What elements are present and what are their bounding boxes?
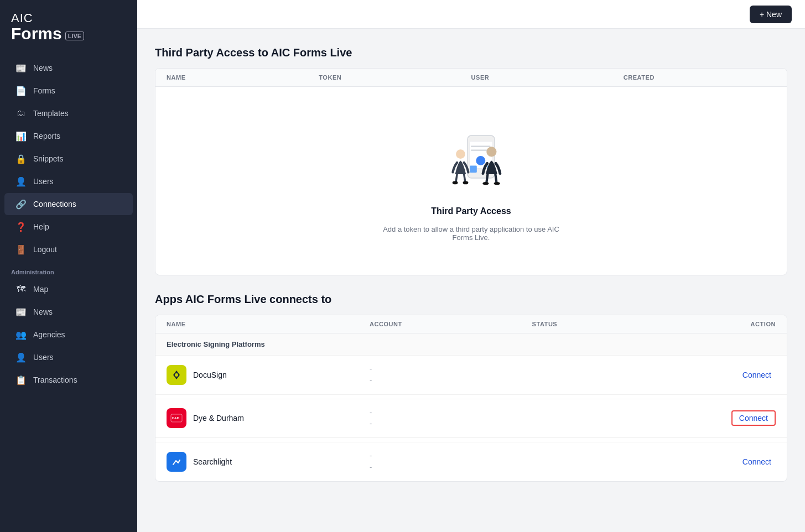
- logout-icon: 🚪: [15, 244, 27, 255]
- searchlight-icon: [167, 452, 186, 472]
- table-row: Searchlight - - Connect: [155, 442, 787, 481]
- transactions-icon: 📋: [15, 374, 27, 385]
- searchlight-label: Searchlight: [193, 457, 232, 466]
- searchlight-connect-button[interactable]: Connect: [738, 455, 776, 468]
- svg-line-8: [456, 174, 457, 182]
- dye-durham-connect-button[interactable]: Connect: [731, 410, 776, 426]
- sidebar-item-reports[interactable]: 📊 Reports: [4, 125, 133, 147]
- connections-icon: 🔗: [15, 199, 27, 210]
- snippets-icon: 🔒: [15, 153, 27, 164]
- dye-durham-account: - -: [370, 407, 532, 430]
- apps-section: Apps AIC Forms Live connects to NAME ACC…: [155, 293, 787, 482]
- main-nav: 📰 News 📄 Forms 🗂 Templates 📊 Reports 🔒 S…: [0, 51, 137, 532]
- dye-durham-action: Connect: [694, 410, 776, 426]
- docusign-icon: [167, 365, 186, 385]
- admin-users-icon: 👤: [15, 352, 27, 363]
- sidebar-item-templates-label: Templates: [33, 109, 69, 118]
- apps-table-header: NAME ACCOUNT STATUS ACTION: [155, 315, 787, 333]
- templates-icon: 🗂: [15, 108, 27, 119]
- dye-durham-icon: D&D: [167, 408, 186, 428]
- sidebar-item-help-label: Help: [33, 222, 49, 231]
- map-icon: 🗺: [15, 284, 27, 295]
- help-icon: ❓: [15, 221, 27, 232]
- sidebar-item-forms-label: Forms: [33, 86, 55, 95]
- users-icon: 👤: [15, 176, 27, 187]
- tpa-empty-state: Third Party Access Add a token to allow …: [155, 87, 787, 275]
- svg-line-14: [495, 174, 496, 182]
- docusign-connect-button[interactable]: Connect: [738, 368, 776, 382]
- svg-point-7: [456, 149, 465, 159]
- docusign-account: - -: [370, 363, 532, 387]
- apps-table-body: Electronic Signing Platforms DocuSign: [155, 333, 787, 481]
- svg-point-16: [494, 182, 500, 185]
- section-label-row: Electronic Signing Platforms: [155, 333, 787, 356]
- sidebar-item-users[interactable]: 👤 Users: [4, 170, 133, 192]
- tpa-empty-desc: Add a token to allow a third party appli…: [377, 225, 565, 242]
- svg-point-4: [476, 156, 485, 165]
- new-button[interactable]: + New: [750, 6, 792, 23]
- spacer-row: [155, 395, 787, 399]
- logo: AIC Forms LIVE: [0, 0, 137, 51]
- reports-icon: 📊: [15, 131, 27, 142]
- searchlight-action: Connect: [694, 455, 776, 468]
- sidebar-item-transactions[interactable]: 📋 Transactions: [4, 369, 133, 391]
- docusign-label: DocuSign: [193, 371, 227, 379]
- section-label: Electronic Signing Platforms: [167, 340, 370, 348]
- tpa-col-user: USER: [471, 74, 624, 81]
- tpa-empty-title: Third Party Access: [431, 206, 511, 216]
- tpa-col-token: TOKEN: [319, 74, 471, 81]
- sidebar-item-admin-users[interactable]: 👤 Users: [4, 346, 133, 368]
- tpa-table-header: NAME TOKEN USER CREATED: [155, 69, 787, 87]
- sidebar-item-admin-users-label: Users: [33, 353, 54, 362]
- sidebar-item-map-label: Map: [33, 285, 48, 294]
- dye-durham-name-cell: D&D Dye & Durham: [167, 408, 370, 428]
- apps-col-status: STATUS: [532, 321, 695, 327]
- sidebar-item-connections[interactable]: 🔗 Connections: [4, 193, 133, 215]
- sidebar-item-help[interactable]: ❓ Help: [4, 216, 133, 238]
- sidebar-item-admin-news-label: News: [33, 307, 53, 316]
- sidebar: AIC Forms LIVE 📰 News 📄 Forms 🗂 Template…: [0, 0, 137, 532]
- apps-table: NAME ACCOUNT STATUS ACTION Electronic Si…: [155, 315, 787, 482]
- searchlight-name-cell: Searchlight: [167, 452, 370, 472]
- svg-line-13: [486, 174, 487, 182]
- page-content: Third Party Access to AIC Forms Live NAM…: [137, 29, 805, 532]
- sidebar-item-map[interactable]: 🗺 Map: [4, 278, 133, 300]
- sidebar-item-snippets-label: Snippets: [33, 154, 63, 163]
- spacer-row-2: [155, 438, 787, 442]
- svg-point-17: [175, 373, 178, 377]
- sidebar-item-snippets[interactable]: 🔒 Snippets: [4, 148, 133, 170]
- searchlight-account: - -: [370, 450, 532, 473]
- agencies-icon: 👥: [15, 329, 27, 340]
- table-row: DocuSign - - Connect: [155, 356, 787, 395]
- sidebar-item-logout[interactable]: 🚪 Logout: [4, 238, 133, 260]
- logo-bottom: Forms: [11, 25, 62, 42]
- svg-point-12: [486, 147, 496, 157]
- admin-section-label: Administration: [0, 261, 137, 278]
- sidebar-item-agencies[interactable]: 👥 Agencies: [4, 324, 133, 346]
- topbar: + New: [137, 0, 805, 29]
- sidebar-item-transactions-label: Transactions: [33, 375, 77, 384]
- sidebar-item-news-label: News: [33, 64, 53, 72]
- admin-news-icon: 📰: [15, 306, 27, 317]
- main-content: + New Third Party Access to AIC Forms Li…: [137, 0, 805, 532]
- sidebar-item-forms[interactable]: 📄 Forms: [4, 80, 133, 102]
- apps-col-account: ACCOUNT: [370, 321, 532, 327]
- logo-top: AIC: [11, 11, 126, 25]
- sidebar-item-logout-label: Logout: [33, 245, 57, 254]
- svg-point-10: [452, 181, 458, 185]
- tpa-col-created: CREATED: [624, 74, 776, 81]
- third-party-table: NAME TOKEN USER CREATED: [155, 68, 787, 275]
- sidebar-item-admin-news[interactable]: 📰 News: [4, 301, 133, 323]
- sidebar-item-news[interactable]: 📰 News: [4, 57, 133, 79]
- sidebar-item-users-label: Users: [33, 177, 54, 186]
- table-row: D&D Dye & Durham - - Connect: [155, 399, 787, 439]
- sidebar-item-agencies-label: Agencies: [33, 330, 65, 339]
- svg-line-9: [464, 174, 465, 182]
- news-icon: 📰: [15, 62, 27, 74]
- sidebar-item-templates[interactable]: 🗂 Templates: [4, 102, 133, 124]
- apps-col-name: NAME: [167, 321, 370, 327]
- svg-point-15: [482, 182, 489, 185]
- svg-point-11: [463, 181, 468, 185]
- third-party-title: Third Party Access to AIC Forms Live: [155, 46, 787, 59]
- svg-text:D&D: D&D: [172, 416, 180, 420]
